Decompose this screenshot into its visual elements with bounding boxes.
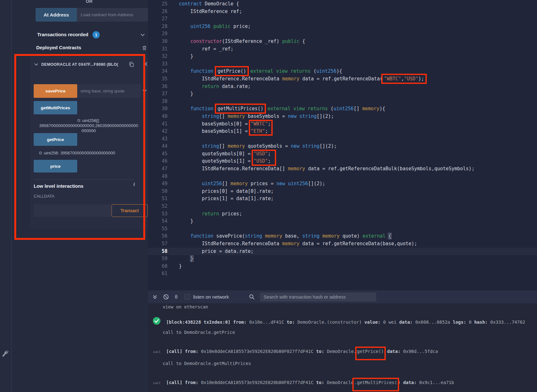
- code-line[interactable]: 36 return data.rate;: [148, 83, 537, 91]
- transactions-recorded-label: Transactions recorded: [37, 32, 88, 37]
- success-check-icon: [153, 317, 161, 325]
- terminal-line[interactable]: [block:438228 txIndex:0] from: 0x10e...d…: [166, 320, 525, 325]
- line-number: 33: [148, 60, 167, 68]
- code-line[interactable]: 46 quoteSymbols[1] = "USD";: [148, 158, 537, 165]
- terminal-toolbar: 0 listen on network: [148, 290, 537, 303]
- code-line[interactable]: 57 IStdReference.ReferenceData memory da…: [148, 240, 537, 248]
- code-line[interactable]: 29: [148, 30, 537, 38]
- low-level-interactions-label: Low level interactions: [34, 183, 84, 189]
- contract-title[interactable]: DEMOORACLE AT 0X47F...F8080 (BLO(: [41, 62, 126, 67]
- terminal-line[interactable]: [call] from: 0x10e8ddeCA8185573e59262E82…: [166, 349, 438, 354]
- code-line[interactable]: 56 function savePrice(string memory base…: [148, 233, 537, 240]
- code-line[interactable]: 61: [148, 270, 537, 278]
- transact-button[interactable]: Transact: [112, 204, 148, 217]
- code-line[interactable]: 42 baseSymbols[1] = "ETH";: [148, 128, 537, 135]
- code-line[interactable]: 58 price = data.rate;: [148, 248, 537, 255]
- transactions-count-badge: 1: [92, 31, 100, 38]
- line-number: 60: [148, 263, 167, 270]
- code-line[interactable]: 41 baseSymbols[0] = "WBTC";: [148, 120, 537, 128]
- line-number: 41: [148, 120, 167, 128]
- line-number: 38: [148, 98, 167, 105]
- at-address-button[interactable]: At Address: [36, 8, 77, 22]
- line-number: 45: [148, 150, 167, 158]
- code-line[interactable]: 27: [148, 15, 537, 23]
- getmultiprices-button[interactable]: getMultiPrices: [34, 101, 77, 114]
- line-number: 28: [148, 23, 167, 30]
- code-line[interactable]: 30 constructor(IStdReference _ref) publi…: [148, 38, 537, 45]
- code-line[interactable]: 35 IStdReference.ReferenceData memory da…: [148, 75, 537, 83]
- saveprice-expand-chevron-icon[interactable]: [142, 88, 147, 93]
- line-number: 47: [148, 165, 167, 173]
- line-number: 56: [148, 233, 167, 240]
- code-line[interactable]: 44 string[] memory quoteSymbols = new st…: [148, 143, 537, 150]
- code-line[interactable]: 48: [148, 173, 537, 180]
- code-line[interactable]: 53 return prices;: [148, 210, 537, 218]
- call-tag: call: [153, 382, 161, 385]
- annotation-box-inline: .getMultiPrices(: [354, 379, 398, 390]
- trash-icon[interactable]: [142, 45, 147, 51]
- code-line[interactable]: 47 IStdReference.ReferenceData[] memory …: [148, 165, 537, 173]
- code-line[interactable]: 51 prices[1] = data[1].rate;: [148, 195, 537, 203]
- code-line[interactable]: 38: [148, 98, 537, 105]
- code-line[interactable]: 25contract DemoOracle {: [148, 0, 537, 8]
- terminal-search-input[interactable]: [260, 293, 376, 301]
- code-line[interactable]: 59 }: [148, 255, 537, 263]
- line-number: 27: [148, 15, 167, 23]
- line-number: 32: [148, 53, 167, 60]
- code-lines: 25contract DemoOracle {26 IStdReference …: [148, 0, 537, 278]
- line-number: 53: [148, 210, 167, 218]
- code-line[interactable]: 33: [148, 60, 537, 68]
- code-line[interactable]: 39 function getMultiPrices() external vi…: [148, 105, 537, 113]
- code-line[interactable]: 52: [148, 203, 537, 210]
- terminal-line[interactable]: call to DemoOracle.getPrice: [163, 330, 235, 335]
- code-line[interactable]: 50 prices[0] = data[0].rate;: [148, 188, 537, 195]
- terminal-line[interactable]: [call] from: 0x10e8ddeCA8185573e59262E82…: [166, 380, 454, 385]
- getprice-button[interactable]: getPrice: [34, 133, 77, 146]
- line-number: 42: [148, 128, 167, 135]
- line-number: 43: [148, 135, 167, 143]
- saveprice-button[interactable]: savePrice: [34, 84, 77, 98]
- info-icon[interactable]: i: [133, 182, 135, 187]
- contract-expand-chevron-icon[interactable]: [34, 62, 38, 67]
- code-line[interactable]: 28 uint256 public price;: [148, 23, 537, 30]
- terminal-line[interactable]: call to DemoOracle.getMultiPrices: [163, 361, 251, 366]
- copy-icon[interactable]: [128, 61, 135, 68]
- plug-icon[interactable]: [1, 349, 10, 358]
- code-line[interactable]: 45 quoteSymbols[0] = "USD";: [148, 150, 537, 158]
- code-line[interactable]: 40 string[] memory baseSymbols = new str…: [148, 113, 537, 120]
- calldata-input[interactable]: [34, 204, 111, 217]
- terminal-log[interactable]: call call view on etherscan [block:43822…: [148, 303, 537, 392]
- code-line[interactable]: 60}: [148, 263, 537, 270]
- code-line[interactable]: 32 }: [148, 53, 537, 60]
- annotation-box-inline: getPrice(): [216, 67, 247, 75]
- price-button[interactable]: price: [34, 160, 77, 172]
- code-line[interactable]: 31 ref = _ref;: [148, 45, 537, 53]
- annotation-box-inline: getMultiPrices(): [216, 105, 265, 112]
- terminal-line[interactable]: view on etherscan: [163, 304, 208, 309]
- saveprice-args-input[interactable]: [77, 84, 141, 98]
- at-address-input[interactable]: [77, 8, 149, 22]
- code-line[interactable]: 55: [148, 225, 537, 233]
- line-number: 36: [148, 83, 167, 91]
- clear-console-icon[interactable]: [163, 294, 169, 300]
- line-number: 37: [148, 90, 167, 98]
- code-editor[interactable]: 25contract DemoOracle {26 IStdReference …: [148, 0, 537, 290]
- line-number: 35: [148, 75, 167, 83]
- line-number: 58: [148, 248, 167, 255]
- code-line[interactable]: 37 }: [148, 90, 537, 98]
- deployed-contract-card: DEMOORACLE AT 0X47F...F8080 (BLO( savePr…: [30, 57, 152, 229]
- code-line[interactable]: 34 function getPrice() external view ret…: [148, 68, 537, 75]
- chevron-down-icon[interactable]: [140, 32, 145, 37]
- code-line[interactable]: 26 IStdReference ref;: [148, 8, 537, 16]
- close-icon[interactable]: [143, 62, 148, 66]
- code-line[interactable]: 49 uint256[] memory prices = new uint256…: [148, 180, 537, 188]
- code-line[interactable]: 43: [148, 135, 537, 143]
- line-number: 50: [148, 188, 167, 195]
- collapse-terminal-icon[interactable]: [153, 294, 157, 300]
- listen-on-network-checkbox[interactable]: [185, 294, 190, 300]
- code-line[interactable]: 54 }: [148, 218, 537, 225]
- line-number: 59: [148, 255, 167, 263]
- annotation-box-inline: "WBTC","USD");: [383, 75, 425, 83]
- line-number: 31: [148, 45, 167, 53]
- line-number: 29: [148, 30, 167, 38]
